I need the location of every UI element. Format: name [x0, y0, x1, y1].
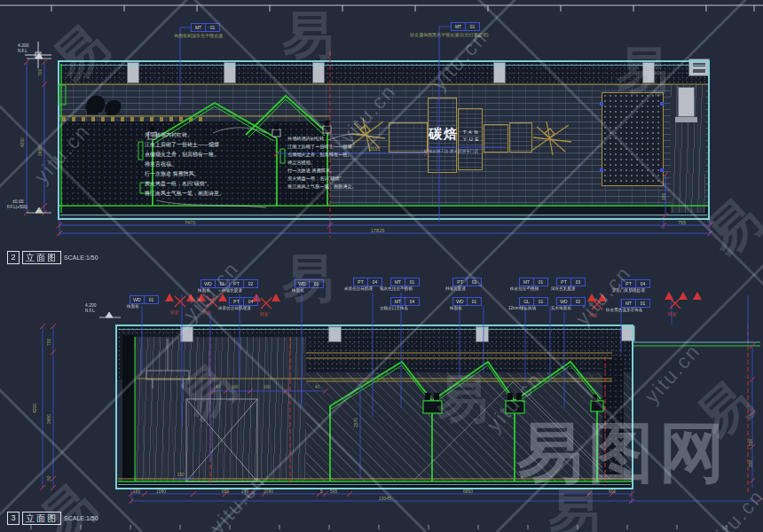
dim-label: 700	[37, 69, 43, 76]
logo-main: 碳焙	[429, 126, 459, 143]
material-desc: 钛金属饰面黑色半哑光漆(拉丝打磨处理)	[410, 32, 488, 37]
design-note-block: 外墙砖墙内衬红砖。江南上后砌了一份砖土——烟煤 点缀烟火之舟，别具独有一格。禅意…	[287, 135, 369, 191]
fold-label: 转折	[170, 309, 179, 315]
bottom-dim-ticks	[40, 324, 761, 504]
material-tag: WD01	[452, 297, 482, 306]
dim-label: 4200	[32, 403, 37, 413]
material-desc: 饰面板	[292, 288, 304, 293]
fold-label: 转折	[202, 309, 211, 315]
cad-linework	[0, 0, 763, 532]
material-tag: MT 01	[191, 23, 220, 32]
material-desc: 外墙乳胶漆	[222, 288, 242, 293]
logo-subtitle: 碳焙烘焙工坊 炭火烘焙专门店	[424, 149, 522, 154]
top-ruler	[0, 5, 763, 12]
elevation-flags-top	[27, 53, 51, 213]
dim-label: 40	[216, 385, 220, 390]
elevation-flag-bottom	[99, 312, 121, 317]
dim-label: 350	[748, 460, 753, 467]
dim-label: 180	[661, 193, 666, 200]
material-desc: 钛金拉丝不锈钢	[510, 286, 539, 292]
material-tag: WD01	[295, 279, 324, 288]
material-tag: PT04	[353, 278, 382, 286]
material-tag: MT01	[621, 299, 650, 308]
material-desc: 深灰色乳胶漆	[551, 286, 576, 292]
cad-canvas: MT 01 饰面板刷深灰色半哑光漆 MT 01 钛金属饰面黑色半哑光漆(拉丝打磨…	[0, 0, 763, 532]
material-tag: WD02	[556, 297, 586, 306]
view-number: 3	[7, 512, 20, 525]
dim-label: 650	[222, 489, 229, 494]
dim-label: 1080	[156, 489, 166, 494]
material-tag: WD01	[130, 295, 159, 304]
view-name: 立面图	[22, 512, 61, 525]
view-scale: SCALE:1/50	[64, 515, 98, 521]
dim-label: 3450	[37, 146, 43, 156]
tag-num: 01	[466, 22, 480, 31]
level-value: 4.200	[18, 43, 29, 48]
view-title-3: 3 立面图 SCALE:1/50	[7, 512, 98, 525]
dim-label: 2570	[353, 418, 358, 427]
view-number: 2	[7, 251, 20, 264]
material-tag: MT 01	[451, 22, 480, 31]
bonsai-art	[85, 96, 121, 115]
level-ref: N.F.L	[85, 309, 95, 314]
material-desc: 饰面板	[450, 306, 462, 311]
dim-label: 550	[748, 439, 753, 446]
tag-code: MT	[451, 22, 466, 31]
dim-label: 600	[609, 489, 616, 494]
level-ref: N.F.L	[18, 49, 28, 54]
fold-label: 转折	[668, 311, 677, 317]
level-ref: F.F.L(+500)	[7, 205, 28, 210]
door-outlines	[146, 339, 610, 481]
tag-num: 01	[206, 23, 220, 32]
material-desc: 饰面板	[127, 304, 139, 309]
dim-label: 160	[133, 489, 140, 494]
material-desc: 外墙乳胶漆	[445, 286, 466, 292]
material-desc: 12mm钢化玻璃	[508, 306, 536, 311]
dim-label: 50	[37, 207, 43, 213]
material-tag: WD01	[201, 279, 230, 288]
fold-label: 转折	[589, 312, 598, 317]
material-tag: MT01	[519, 278, 548, 286]
fold-label: 转折	[260, 311, 269, 317]
level-value: ±0.00	[12, 199, 23, 204]
logo-latin-1: TAN	[463, 129, 481, 135]
material-desc: 银灰色拉丝不锈钢	[380, 286, 413, 292]
dim-label: 13045	[379, 496, 391, 501]
material-desc: 钛金黑色弧形装饰条	[606, 308, 642, 313]
material-desc: 古铜企口装饰条	[380, 306, 408, 311]
logo-latin-2: YUE	[463, 137, 481, 142]
dim-label: 50	[46, 475, 51, 481]
material-tag: PT02	[452, 278, 482, 286]
bottom-blue	[43, 293, 760, 504]
material-desc: 饰面板刷深灰色半哑光漆	[174, 33, 223, 38]
material-tag: GL01	[519, 297, 548, 306]
tag-code: MT	[191, 23, 206, 32]
dim-label: 2535	[369, 146, 380, 153]
material-desc: 米黄仿古砖肌理漆	[218, 306, 251, 311]
dim-label: 4200	[20, 137, 25, 147]
dim-label: 40	[315, 385, 319, 390]
dim-label: 7470	[185, 220, 195, 226]
material-tag: PT02	[229, 279, 258, 288]
view-name: 立面图	[22, 251, 61, 264]
bottom-tan-trim	[118, 353, 632, 479]
view-title-2: 2 立面图 SCALE:1/50	[7, 251, 98, 264]
dim-label: 2780	[264, 489, 273, 494]
level-value: 4.200	[85, 302, 97, 308]
dim-label: 6850	[463, 489, 473, 494]
dim-label: 100	[264, 385, 271, 390]
material-desc: 米黄仿古砖肌理	[344, 286, 373, 292]
dim-label: 3450	[46, 414, 51, 424]
dim-label: 595	[330, 489, 337, 494]
material-tag: PT04	[621, 279, 650, 288]
panel-corner-marks	[600, 102, 664, 172]
valley-lamps	[425, 393, 597, 401]
bottom-ruler-ticks	[31, 525, 727, 529]
dim-label: 160	[232, 385, 239, 390]
material-tag: MT01	[390, 278, 420, 286]
dim-label: 270	[241, 489, 248, 494]
material-tag: PT03	[556, 278, 586, 286]
material-desc: 异形门套肌理处理	[612, 288, 645, 293]
material-desc: 实木饰面板	[551, 306, 571, 311]
dim-label: 700	[46, 339, 51, 346]
